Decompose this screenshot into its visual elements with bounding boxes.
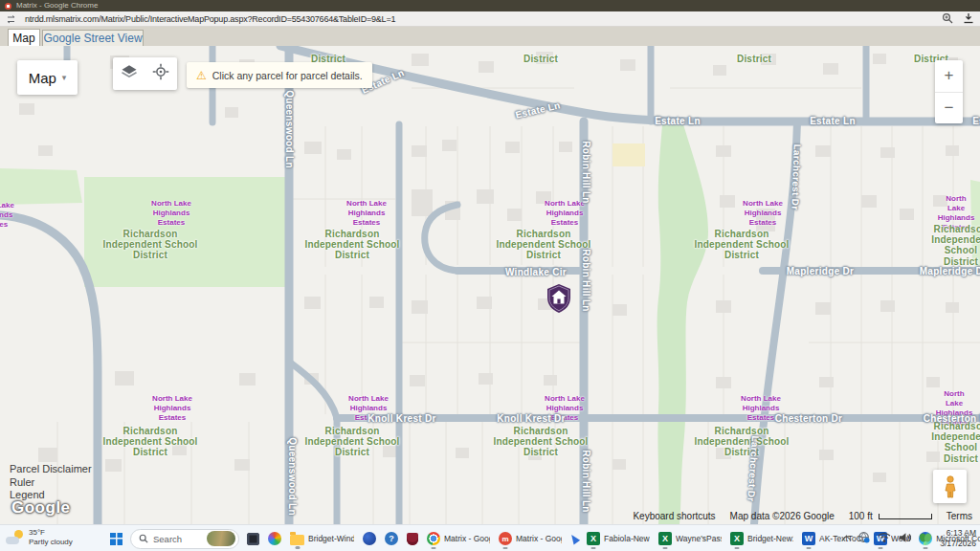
map-attribution: Keyboard shortcuts Map data ©2026 Google…	[633, 511, 972, 521]
taskbar-item-excel-1[interactable]: Fabiola-New1	[586, 526, 651, 551]
copilot-icon	[268, 532, 281, 545]
search-placeholder: Search	[153, 534, 202, 544]
matrix-app-icon	[499, 532, 512, 545]
pegman-icon	[943, 475, 958, 498]
weather-widget[interactable]: 35°F Partly cloudy	[6, 528, 73, 547]
start-button[interactable]	[109, 526, 123, 551]
tab-switcher-icon[interactable]	[7, 11, 16, 28]
browser-url-bar[interactable]: ntrdd.mlsmatrix.com/Matrix/Public/Intera…	[0, 11, 980, 27]
windows-logo-icon	[110, 533, 122, 545]
partly-cloudy-icon	[6, 530, 24, 544]
blue-circle-app-icon	[363, 532, 376, 545]
word-icon	[802, 532, 815, 545]
tray-chevron-up-icon[interactable]	[842, 536, 852, 545]
search-highlight-image[interactable]	[207, 531, 235, 546]
zoom-in-button[interactable]: +	[935, 60, 963, 92]
task-view-icon	[247, 533, 259, 545]
pegman-control[interactable]	[933, 470, 967, 503]
window-title: Matrix - Google Chrome	[16, 2, 98, 10]
excel-icon	[587, 532, 600, 545]
folder-icon	[290, 535, 304, 545]
map-data-text: Map data ©2026 Google	[730, 511, 835, 521]
url-text[interactable]: ntrdd.mlsmatrix.com/Matrix/Public/Intera…	[25, 14, 395, 24]
map-tools-panel	[113, 57, 177, 90]
taskbar-item-blue-app[interactable]	[362, 526, 377, 551]
layers-icon[interactable]	[121, 63, 138, 84]
map-base-layer	[0, 46, 980, 524]
property-marker[interactable]	[547, 284, 570, 317]
scale-bar	[879, 514, 932, 519]
zoom-control: + −	[935, 60, 963, 123]
google-logo: Google	[11, 498, 71, 518]
volume-icon[interactable]	[899, 530, 911, 547]
taskbar-item-cursor-app[interactable]	[569, 526, 579, 551]
weather-temp: 35°F	[29, 528, 73, 538]
warning-icon: ⚠	[196, 70, 207, 81]
windows-taskbar: 35°F Partly cloudy Search Bridget-Wind M…	[0, 524, 980, 551]
taskbar-item-chrome-matrix[interactable]: Matrix - Goog	[426, 526, 491, 551]
tab-google-street-view[interactable]: Google Street View	[42, 30, 144, 46]
scale-indicator: 100 ft	[849, 511, 932, 521]
taskbar-item-security-app[interactable]	[406, 526, 419, 551]
clock-date: 3/17/2026	[940, 539, 976, 549]
parcel-warning-banner: ⚠ Click any parcel for parcel details.	[187, 62, 372, 88]
network-status-icon[interactable]	[858, 530, 870, 547]
taskbar-clock[interactable]: 6:13 AM 3/17/2026	[940, 528, 976, 548]
chrome-icon	[427, 532, 440, 545]
copilot-button[interactable]	[267, 526, 282, 551]
terms-link[interactable]: Terms	[947, 511, 972, 521]
taskbar-item-excel-2[interactable]: Wayne'sPassc	[657, 526, 723, 551]
page-tab-bar: Map Google Street View	[0, 27, 980, 46]
zoom-search-icon[interactable]	[942, 11, 953, 28]
zoom-out-button[interactable]: −	[935, 92, 963, 124]
map-type-button[interactable]: Map ▾	[17, 60, 78, 95]
keyboard-shortcuts-link[interactable]: Keyboard shortcuts	[633, 511, 715, 521]
task-view-button[interactable]	[246, 526, 260, 551]
map-overlay-links: Parcel Disclaimer Ruler Legend	[10, 463, 92, 502]
cursor-app-icon	[568, 533, 580, 545]
shield-app-icon	[407, 533, 418, 545]
weather-condition: Partly cloudy	[29, 538, 73, 547]
taskbar-item-excel-3[interactable]: Bridget-New1	[729, 526, 794, 551]
parcel-disclaimer-link[interactable]: Parcel Disclaimer	[10, 463, 92, 476]
search-input[interactable]: Search	[130, 529, 239, 549]
map-canvas[interactable]: North Lake Highlands Estates North Lake …	[0, 46, 980, 524]
scale-text: 100 ft	[849, 511, 873, 521]
taskbar-item-help-app[interactable]	[384, 526, 399, 551]
matrix-favicon-icon	[5, 3, 11, 10]
excel-icon	[730, 532, 744, 545]
search-icon	[139, 534, 148, 543]
excel-icon	[658, 532, 672, 545]
taskbar-item-matrix[interactable]: Matrix - Goog	[498, 526, 563, 551]
help-app-icon	[385, 532, 398, 545]
window-title-bar: Matrix - Google Chrome	[0, 0, 980, 11]
locate-icon[interactable]	[152, 63, 169, 84]
green-app-tray-icon[interactable]	[919, 530, 932, 547]
warning-text: Click any parcel for parcel details.	[212, 70, 363, 81]
tab-map[interactable]: Map	[8, 29, 40, 46]
ruler-link[interactable]: Ruler	[10, 476, 92, 490]
wifi-icon[interactable]	[878, 530, 891, 547]
taskbar-item-folder[interactable]: Bridget-Wind	[289, 526, 355, 551]
clock-time: 6:13 AM	[940, 528, 976, 539]
chevron-down-icon: ▾	[62, 73, 67, 82]
download-icon[interactable]	[963, 11, 974, 28]
